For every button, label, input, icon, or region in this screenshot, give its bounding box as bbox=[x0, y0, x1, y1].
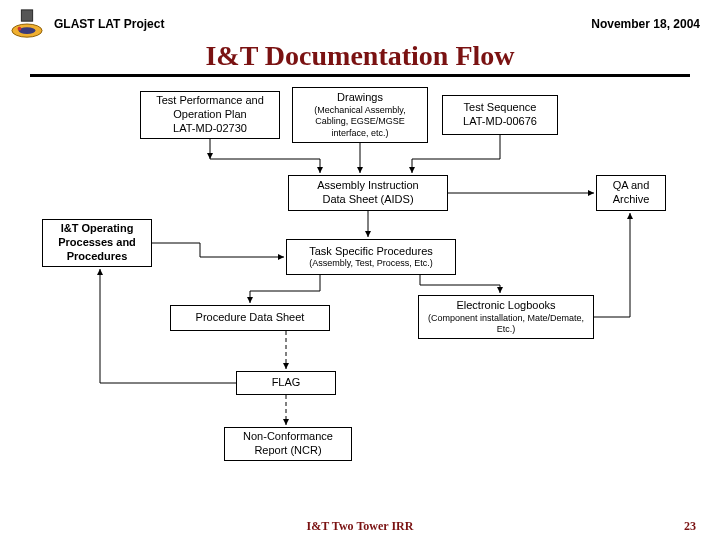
text: Processes and bbox=[47, 236, 147, 250]
text: LAT-MD-00676 bbox=[447, 115, 553, 129]
footer-label: I&T Two Tower IRR bbox=[0, 519, 720, 534]
text: Test Performance and bbox=[145, 94, 275, 108]
text: Procedures bbox=[47, 250, 147, 264]
text: QA and bbox=[601, 179, 661, 193]
box-electronic-logbooks: Electronic Logbooks (Component installat… bbox=[418, 295, 594, 339]
text: Operation Plan bbox=[145, 108, 275, 122]
box-test-sequence: Test Sequence LAT-MD-00676 bbox=[442, 95, 558, 135]
svg-point-3 bbox=[18, 27, 22, 31]
text: Data Sheet (AIDS) bbox=[293, 193, 443, 207]
logo-icon bbox=[8, 8, 46, 40]
box-task-specific: Task Specific Procedures (Assembly, Test… bbox=[286, 239, 456, 275]
text: Test Sequence bbox=[447, 101, 553, 115]
text: LAT-MD-02730 bbox=[145, 122, 275, 136]
text: Report (NCR) bbox=[229, 444, 347, 458]
subtext: (Assembly, Test, Process, Etc.) bbox=[291, 258, 451, 269]
diagram-canvas: Test Performance and Operation Plan LAT-… bbox=[0, 81, 720, 511]
subtext: (Mechanical Assembly, Cabling, EGSE/MGSE… bbox=[297, 105, 423, 139]
box-qa-archive: QA and Archive bbox=[596, 175, 666, 211]
subtext: (Component installation, Mate/Demate, Et… bbox=[423, 313, 589, 336]
text: FLAG bbox=[241, 376, 331, 390]
box-flag: FLAG bbox=[236, 371, 336, 395]
text: Assembly Instruction bbox=[293, 179, 443, 193]
text: Drawings bbox=[297, 91, 423, 105]
text: Non-Conformance bbox=[229, 430, 347, 444]
text: I&T Operating bbox=[47, 222, 147, 236]
header: GLAST LAT Project November 18, 2004 bbox=[0, 0, 720, 40]
box-drawings: Drawings (Mechanical Assembly, Cabling, … bbox=[292, 87, 428, 143]
text: Electronic Logbooks bbox=[423, 299, 589, 313]
page-number: 23 bbox=[684, 519, 696, 534]
project-name: GLAST LAT Project bbox=[54, 17, 591, 31]
header-date: November 18, 2004 bbox=[591, 17, 700, 31]
svg-rect-0 bbox=[21, 10, 32, 21]
box-test-performance: Test Performance and Operation Plan LAT-… bbox=[140, 91, 280, 139]
box-procedure-data-sheet: Procedure Data Sheet bbox=[170, 305, 330, 331]
box-aids: Assembly Instruction Data Sheet (AIDS) bbox=[288, 175, 448, 211]
page-title: I&T Documentation Flow bbox=[0, 40, 720, 72]
text: Archive bbox=[601, 193, 661, 207]
title-rule bbox=[30, 74, 690, 77]
text: Procedure Data Sheet bbox=[175, 311, 325, 325]
arrows-layer bbox=[0, 81, 720, 511]
box-ncr: Non-Conformance Report (NCR) bbox=[224, 427, 352, 461]
text: Task Specific Procedures bbox=[291, 245, 451, 259]
box-operating-processes: I&T Operating Processes and Procedures bbox=[42, 219, 152, 267]
